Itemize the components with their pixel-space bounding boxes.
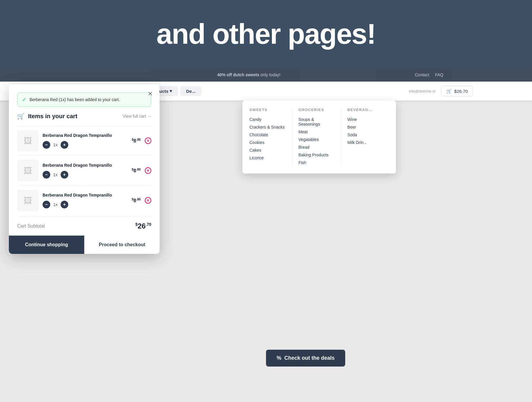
cart-success-banner: ✓ Berberana Red (1x) has been added to y…	[17, 93, 151, 107]
beverages-title: Beverag...	[347, 108, 384, 112]
beverages-item-milk[interactable]: Milk Drin...	[347, 139, 384, 146]
cart-item-controls-1: − 1x +	[43, 141, 128, 149]
success-check-icon: ✓	[22, 96, 27, 103]
cart-actions: Continue shopping Proceed to checkout	[9, 236, 160, 254]
qty-decrease-3[interactable]: −	[43, 201, 50, 208]
product-image-icon-2: 🖼	[24, 166, 32, 176]
deals-label: De...	[186, 89, 196, 94]
cart-item-price-1: $8.90	[132, 138, 141, 144]
qty-decrease-2[interactable]: −	[43, 171, 50, 179]
deals-label: Check out the deals	[284, 355, 335, 361]
beverages-item-beer[interactable]: Beer	[347, 123, 384, 131]
cart-amount: $26.70	[454, 89, 468, 94]
dropdown-beverages-col: Beverag... Wine Beer Soda Milk Drin...	[343, 108, 389, 166]
subtotal-main: 26	[138, 222, 146, 230]
cart-item-name-3: Berberana Red Dragon Tempranillo	[43, 192, 128, 198]
groceries-item-bread[interactable]: Bread	[299, 143, 335, 151]
cart-item-price-3: $8.90	[132, 197, 141, 203]
cart-subtotal-label: Cart Subtotal	[17, 223, 45, 229]
cart-icon: 🛒	[446, 88, 452, 94]
page-headline: and other pages!	[156, 18, 375, 50]
dropdown-sweets-col: Sweets Candy Crackers & Snacks Chocolate…	[249, 108, 291, 166]
products-chevron-icon: ▾	[170, 88, 172, 94]
subtotal-cents: 70	[147, 222, 151, 227]
dropdown-menu: Sweets Candy Crackers & Snacks Chocolate…	[242, 100, 396, 174]
sweets-item-licorice[interactable]: Licorice	[249, 154, 286, 162]
groceries-item-meat[interactable]: Meat	[299, 128, 335, 136]
cart-modal-inner: ✕ ✓ Berberana Red (1x) has been added to…	[9, 84, 160, 236]
qty-label-3: 1x	[53, 202, 58, 207]
cart-success-text: Berberana Red (1x) has been added to you…	[30, 97, 120, 102]
deals-button[interactable]: % Check out the deals	[266, 350, 345, 367]
cart-remove-btn-3[interactable]: ✕	[145, 197, 151, 204]
remove-icon-1: ✕	[145, 137, 151, 144]
cart-title: 🛒 Items in your cart	[17, 113, 77, 120]
cart-item-price-2: $8.90	[132, 168, 141, 174]
continue-shopping-button[interactable]: Continue shopping	[9, 236, 84, 254]
sweets-item-cookies[interactable]: Cookies	[249, 139, 286, 146]
cart-item-image-2: 🖼	[17, 160, 38, 181]
cart-remove-btn-1[interactable]: ✕	[145, 137, 151, 144]
sweets-item-chocolate[interactable]: Chocolate	[249, 131, 286, 139]
cart-button[interactable]: 🛒 $26.70	[441, 86, 473, 96]
page-header: and other pages!	[0, 0, 532, 68]
cart-item-info-2: Berberana Red Dragon Tempranillo − 1x +	[43, 163, 128, 179]
cart-modal: ✕ ✓ Berberana Red (1x) has been added to…	[9, 84, 160, 254]
cart-items-list: 🖼 Berberana Red Dragon Tempranillo − 1x …	[17, 126, 151, 215]
promo-bar: 40% off dutch sweets only today!	[89, 72, 409, 77]
cart-item-controls-3: − 1x +	[43, 201, 128, 208]
remove-icon-2: ✕	[145, 167, 151, 174]
cart-item-info-1: Berberana Red Dragon Tempranillo − 1x +	[43, 133, 128, 149]
groceries-item-vegatables[interactable]: Vegatables	[299, 136, 335, 143]
proceed-to-checkout-button[interactable]: Proceed to checkout	[84, 236, 160, 254]
sweets-item-crackers[interactable]: Crackers & Snacks	[249, 123, 286, 131]
beverages-item-wine[interactable]: Wine	[347, 116, 384, 123]
cart-subtotal-amount: $26.70	[135, 222, 151, 230]
nav-deals[interactable]: De...	[180, 86, 202, 96]
cart-item-info-3: Berberana Red Dragon Tempranillo − 1x +	[43, 192, 128, 208]
topbar-contact[interactable]: Contact	[415, 72, 429, 77]
topbar-links: Contact FAQ	[415, 72, 443, 77]
qty-label-2: 1x	[53, 172, 58, 177]
cart-item-name-2: Berberana Red Dragon Tempranillo	[43, 163, 128, 168]
cart-remove-btn-2[interactable]: ✕	[145, 167, 151, 174]
cart-item: 🖼 Berberana Red Dragon Tempranillo − 1x …	[17, 126, 151, 155]
groceries-item-soups[interactable]: Soups & Seasonings	[299, 116, 335, 128]
qty-increase-2[interactable]: +	[61, 171, 68, 179]
qty-increase-3[interactable]: +	[61, 201, 68, 208]
cart-subtotal: Cart Subtotal $26.70	[17, 216, 151, 236]
cart-title-icon: 🛒	[17, 113, 25, 120]
cart-item: 🖼 Berberana Red Dragon Tempranillo − 1x …	[17, 155, 151, 185]
dutchie-topbar: 40% off dutch sweets only today! Contact…	[0, 68, 532, 82]
sweets-item-cakes[interactable]: Cakes	[249, 146, 286, 154]
dropdown-groceries-col: Groceries Soups & Seasonings Meat Vegata…	[294, 108, 340, 166]
beverages-item-soda[interactable]: Soda	[347, 131, 384, 139]
cart-item: 🖼 Berberana Red Dragon Tempranillo − 1x …	[17, 185, 151, 215]
cart-item-image-1: 🖼	[17, 130, 38, 151]
dropdown-divider-2	[341, 108, 341, 166]
topbar-faq[interactable]: FAQ	[435, 72, 443, 77]
groceries-item-baking[interactable]: Baking Products	[299, 151, 335, 159]
qty-label-1: 1x	[53, 142, 58, 147]
cart-item-controls-2: − 1x +	[43, 171, 128, 179]
sweets-title: Sweets	[249, 108, 286, 112]
promo-rest: only today!	[260, 72, 280, 77]
dutchie-email: info@dutchie.nl	[409, 89, 435, 93]
cart-title-text: Items in your cart	[28, 113, 77, 120]
deals-icon: %	[277, 355, 281, 361]
view-full-cart-link[interactable]: View full cart →	[123, 114, 151, 119]
cart-close-button[interactable]: ✕	[145, 89, 155, 98]
product-image-icon-1: 🖼	[24, 136, 32, 146]
sweets-item-candy[interactable]: Candy	[249, 116, 286, 123]
cart-header: 🛒 Items in your cart View full cart →	[17, 113, 151, 120]
groceries-title: Groceries	[299, 108, 335, 112]
qty-increase-1[interactable]: +	[61, 141, 68, 149]
promo-bold: 40% off dutch sweets	[217, 72, 259, 77]
groceries-item-fish[interactable]: Fish	[299, 159, 335, 166]
product-image-icon-3: 🖼	[24, 196, 32, 205]
cart-item-name-1: Berberana Red Dragon Tempranillo	[43, 133, 128, 139]
qty-decrease-1[interactable]: −	[43, 141, 50, 149]
remove-icon-3: ✕	[145, 197, 151, 204]
dropdown-divider-1	[292, 108, 293, 166]
cart-item-image-3: 🖼	[17, 190, 38, 211]
